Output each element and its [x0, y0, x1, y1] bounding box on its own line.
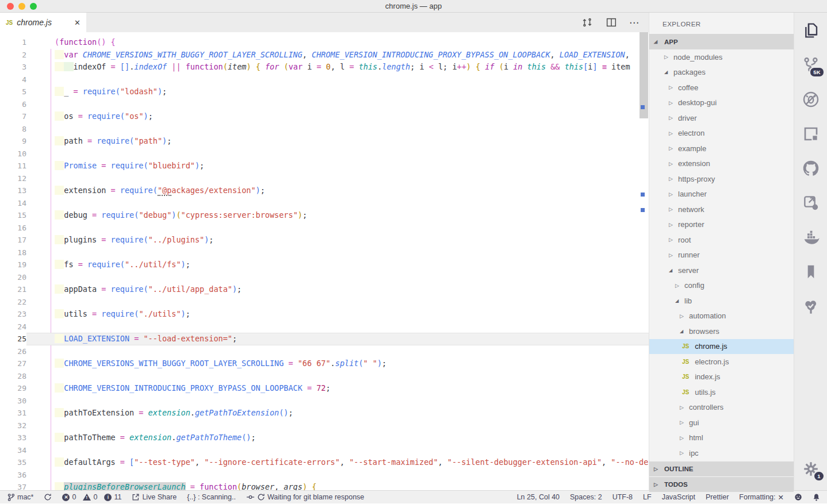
code-line[interactable]: 4	[0, 74, 649, 86]
code-text[interactable]: (function() {	[45, 36, 649, 49]
tree-folder-ipc[interactable]: ▷ipc	[649, 445, 794, 461]
line-number[interactable]: 24	[0, 321, 26, 333]
files-icon[interactable]	[801, 21, 821, 40]
code-line[interactable]: 31 pathToExtension = extension.getPathTo…	[0, 407, 649, 420]
line-number[interactable]: 25	[0, 333, 26, 345]
line-number[interactable]: 21	[0, 283, 26, 296]
code-line[interactable]: 7 os = require("os");	[0, 110, 649, 123]
tree-folder-https-proxy[interactable]: ▷https-proxy	[649, 171, 794, 187]
code-text[interactable]	[45, 271, 649, 284]
tab-chrome-js[interactable]: JS chrome.js ✕	[0, 13, 86, 32]
line-number[interactable]: 2	[0, 49, 26, 61]
tree-file-utils-js[interactable]: JSutils.js	[649, 384, 794, 400]
code-text[interactable]	[45, 395, 649, 407]
line-number[interactable]: 16	[0, 222, 26, 234]
zoom-window-button[interactable]	[30, 3, 37, 10]
chevron-collapsed-icon[interactable]: ▷	[680, 420, 687, 425]
tree-folder-gui[interactable]: ▷gui	[649, 415, 794, 430]
chevron-collapsed-icon[interactable]: ▷	[669, 161, 676, 167]
chevron-collapsed-icon[interactable]: ▷	[669, 222, 676, 228]
line-number[interactable]: 22	[0, 296, 26, 309]
chevron-collapsed-icon[interactable]: ▷	[669, 176, 676, 182]
minimize-window-button[interactable]	[18, 3, 25, 10]
code-line[interactable]: 32	[0, 420, 649, 432]
problems-indicator[interactable]: ✕ 0 ! 0 i 11	[62, 493, 121, 501]
tree-folder-browsers[interactable]: ◢browsers	[649, 324, 794, 339]
more-actions-icon[interactable]: ⋯	[629, 17, 640, 29]
code-line[interactable]: 34	[0, 444, 649, 457]
tree-folder-controllers[interactable]: ▷controllers	[649, 400, 794, 415]
code-text[interactable]: indexOf = [].indexOf || function(item) {…	[45, 61, 649, 74]
split-editor-icon[interactable]	[605, 16, 618, 29]
code-editor[interactable]: 1(function() {2 var CHROME_VERSIONS_WITH…	[0, 32, 649, 490]
tree-folder-coffee[interactable]: ▷coffee	[649, 80, 794, 95]
tests-icon[interactable]	[801, 297, 821, 316]
code-text[interactable]: LOAD_EXTENSION = "--load-extension=";	[45, 333, 649, 345]
code-text[interactable]: extension = require("@packages/extension…	[45, 184, 649, 197]
tree-folder-lib[interactable]: ◢lib	[649, 293, 794, 309]
line-number[interactable]: 34	[0, 444, 26, 457]
line-number[interactable]: 26	[0, 345, 26, 358]
code-text[interactable]	[45, 148, 649, 160]
docker-icon[interactable]	[801, 228, 821, 247]
git-branch-indicator[interactable]: mac*	[7, 493, 33, 502]
code-text[interactable]: Promise = require("bluebird");	[45, 160, 649, 172]
line-number[interactable]: 17	[0, 234, 26, 247]
chevron-collapsed-icon[interactable]: ▷	[669, 237, 676, 243]
code-line[interactable]: 17 plugins = require("../plugins");	[0, 234, 649, 247]
prettier-indicator[interactable]: Prettier	[706, 493, 729, 501]
chevron-collapsed-icon[interactable]: ▷	[669, 252, 676, 258]
window-icon[interactable]	[801, 124, 821, 144]
code-text[interactable]	[45, 98, 649, 111]
line-number[interactable]: 7	[0, 110, 26, 123]
code-text[interactable]: fs = require("../util/fs");	[45, 259, 649, 271]
code-text[interactable]	[45, 222, 649, 234]
code-line[interactable]: 23 utils = require("./utils");	[0, 308, 649, 321]
cursor-position[interactable]: Ln 25, Col 40	[517, 493, 560, 501]
code-text[interactable]	[45, 197, 649, 210]
code-text[interactable]: appData = require("../util/app_data");	[45, 283, 649, 296]
line-number[interactable]: 11	[0, 160, 26, 172]
code-line[interactable]: 3 indexOf = [].indexOf || function(item)…	[0, 61, 649, 74]
todo-scanning-indicator[interactable]: {..} : Scanning..	[187, 493, 236, 501]
chevron-expanded-icon[interactable]: ◢	[675, 298, 682, 303]
code-line[interactable]: 10	[0, 148, 649, 160]
code-text[interactable]	[45, 123, 649, 136]
code-line[interactable]: 13 extension = require("@packages/extens…	[0, 184, 649, 197]
code-text[interactable]: debug = require("debug")("cypress:server…	[45, 209, 649, 222]
code-text[interactable]: _ = require("lodash");	[45, 86, 649, 98]
code-text[interactable]	[45, 296, 649, 309]
code-line[interactable]: 21 appData = require("../util/app_data")…	[0, 283, 649, 296]
code-text[interactable]	[45, 469, 649, 482]
code-text[interactable]: utils = require("./utils");	[45, 308, 649, 321]
chevron-expanded-icon[interactable]: ◢	[664, 70, 671, 75]
code-text[interactable]	[45, 420, 649, 432]
line-number[interactable]: 4	[0, 74, 26, 86]
code-text[interactable]: os = require("os");	[45, 110, 649, 123]
code-line[interactable]: 12	[0, 172, 649, 185]
chevron-collapsed-icon[interactable]: ▷	[675, 283, 682, 288]
code-line[interactable]: 29 CHROME_VERSION_INTRODUCING_PROXY_BYPA…	[0, 382, 649, 395]
line-number[interactable]: 36	[0, 469, 26, 482]
line-number[interactable]: 1	[0, 36, 26, 49]
code-line[interactable]: 24	[0, 321, 649, 333]
section-header-todos[interactable]: ▷ TODOS	[649, 477, 794, 492]
code-text[interactable]	[45, 172, 649, 185]
open-changes-icon[interactable]	[581, 16, 594, 29]
tree-folder-extension[interactable]: ▷extension	[649, 156, 794, 172]
code-line[interactable]: 16	[0, 222, 649, 234]
live-share-icon[interactable]	[801, 193, 821, 213]
code-line[interactable]: 26	[0, 345, 649, 358]
eol-setting[interactable]: LF	[643, 493, 652, 501]
tree-folder-reporter[interactable]: ▷reporter	[649, 217, 794, 233]
line-number[interactable]: 12	[0, 172, 26, 185]
tree-folder-root[interactable]: ▷root	[649, 232, 794, 248]
tree-file-index-js[interactable]: JSindex.js	[649, 370, 794, 385]
code-text[interactable]: pluginsBeforeBrowserLaunch = function(br…	[45, 481, 649, 490]
source-control-icon[interactable]: 5K	[801, 55, 821, 75]
code-text[interactable]	[45, 444, 649, 457]
chevron-collapsed-icon[interactable]: ▷	[669, 84, 676, 90]
line-number[interactable]: 15	[0, 209, 26, 222]
encoding-setting[interactable]: UTF-8	[612, 493, 633, 501]
chevron-collapsed-icon[interactable]: ▷	[669, 130, 676, 136]
